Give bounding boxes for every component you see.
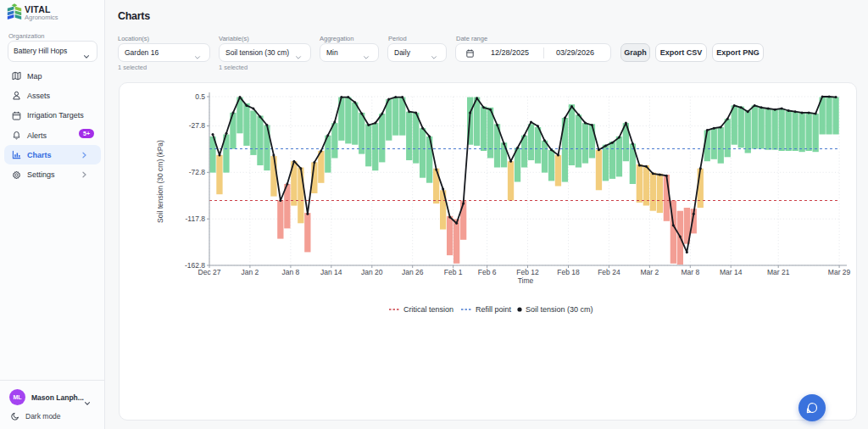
svg-text:-72.8: -72.8 <box>189 168 206 176</box>
svg-text:Mar 21: Mar 21 <box>767 268 790 276</box>
svg-text:Dec 27: Dec 27 <box>198 268 221 276</box>
svg-text:Jan 14: Jan 14 <box>320 268 342 276</box>
svg-text:-117.8: -117.8 <box>186 214 206 223</box>
svg-text:Refill point: Refill point <box>476 305 512 314</box>
svg-text:Mar 2: Mar 2 <box>641 268 659 276</box>
svg-text:Feb 18: Feb 18 <box>557 268 580 276</box>
svg-text:Jan 26: Jan 26 <box>402 268 424 276</box>
svg-text:Mar 29: Mar 29 <box>828 268 851 276</box>
svg-text:Jan 2: Jan 2 <box>242 268 259 276</box>
svg-text:Time: Time <box>518 276 534 285</box>
svg-text:Soil tension (30 cm) (kPa): Soil tension (30 cm) (kPa) <box>156 140 164 223</box>
svg-text:Soil tension (30 cm): Soil tension (30 cm) <box>526 305 593 314</box>
svg-text:Mar 14: Mar 14 <box>720 268 743 276</box>
svg-text:Feb 12: Feb 12 <box>516 268 539 276</box>
svg-text:Feb 1: Feb 1 <box>444 268 463 276</box>
svg-text:Mar 8: Mar 8 <box>681 268 699 276</box>
svg-text:Critical tension: Critical tension <box>403 305 453 314</box>
svg-text:Feb 24: Feb 24 <box>598 268 620 276</box>
svg-text:Feb 6: Feb 6 <box>478 268 497 276</box>
svg-text:Jan 8: Jan 8 <box>282 268 300 276</box>
svg-text:-27.8: -27.8 <box>189 121 206 130</box>
svg-text:0.5: 0.5 <box>195 92 205 101</box>
svg-text:Jan 20: Jan 20 <box>361 268 383 276</box>
